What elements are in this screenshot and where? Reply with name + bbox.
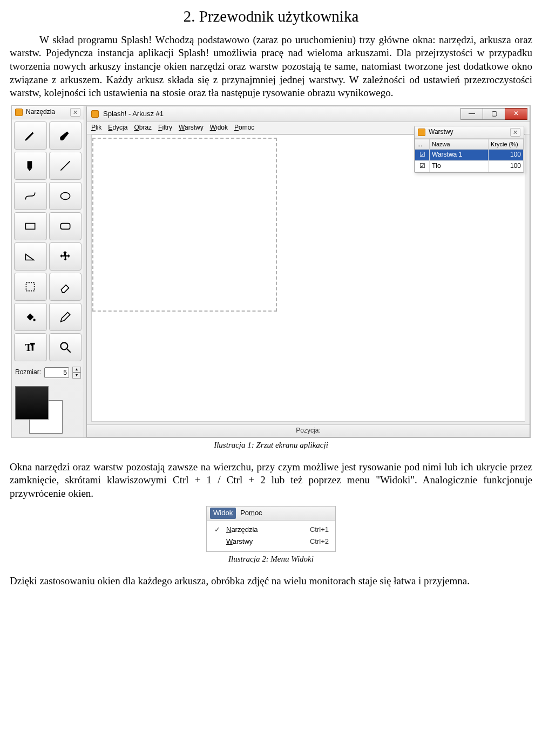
layer-opacity: 100 <box>489 161 524 172</box>
paragraph-3: Dzięki zastosowaniu okien dla każdego ar… <box>10 575 532 588</box>
menu-item-shortcut: Ctrl+2 <box>310 537 329 546</box>
layer-row[interactable]: ☑Warstwa 1100 <box>415 150 524 161</box>
layer-name: Warstwa 1 <box>430 150 489 161</box>
page-title: 2. Przewodnik użytkownika <box>10 6 532 27</box>
layer-row[interactable]: ☑Tło100 <box>415 161 524 172</box>
brush-tool[interactable] <box>49 122 82 150</box>
window-close-button[interactable]: ✕ <box>505 108 527 120</box>
app-screenshot: Narzędzia ✕ T Rozmiar: ▲ ▼ Splash! - Ark… <box>11 105 531 438</box>
view-menu-header: Widok Pomoc <box>207 507 335 521</box>
picker-tool[interactable] <box>49 303 82 331</box>
layers-col-visible[interactable]: ... <box>415 139 430 150</box>
svg-point-10 <box>60 342 67 349</box>
zoom-tool[interactable] <box>49 333 82 361</box>
view-menu-screenshot: Widok Pomoc ✓NarzędziaCtrl+1WarstwyCtrl+… <box>206 506 336 552</box>
svg-rect-0 <box>28 161 32 168</box>
main-window-title: Splash! - Arkusz #1 <box>103 110 164 119</box>
menu-widok[interactable]: Widok <box>210 124 228 132</box>
layers-table: ... Nazwa Krycie (%) ☑Warstwa 1100☑Tło10… <box>415 139 524 172</box>
tools-palette-close[interactable]: ✕ <box>70 108 80 117</box>
menu-item-label: Warstwy <box>226 537 304 546</box>
statusbar-position-label: Pozycja: <box>296 427 320 435</box>
menu-item-label: Narzędzia <box>226 525 304 535</box>
layers-col-name[interactable]: Nazwa <box>430 139 489 150</box>
paragraph-2: Okna narzędzi oraz warstw pozostają zaws… <box>10 461 532 501</box>
menu-pomoc[interactable]: Pomoc <box>234 124 254 132</box>
layers-panel: Warstwy ✕ ... Nazwa Krycie (%) ☑Warstwa … <box>414 126 524 172</box>
menu-plik[interactable]: Plik <box>91 124 101 132</box>
rounded-rect-tool[interactable] <box>49 212 82 240</box>
menu-check-icon: ✓ <box>213 525 221 535</box>
fill-tool[interactable] <box>14 152 47 180</box>
layer-opacity: 100 <box>489 150 524 161</box>
polygon-tool[interactable] <box>14 242 47 271</box>
color-swatches <box>15 386 64 435</box>
curve-tool[interactable] <box>14 182 47 210</box>
svg-rect-5 <box>26 283 35 291</box>
menu-obraz[interactable]: Obraz <box>134 124 152 132</box>
eraser-tool[interactable] <box>49 273 82 301</box>
layers-panel-close[interactable]: ✕ <box>510 128 520 137</box>
svg-point-6 <box>33 319 36 321</box>
size-spin-down[interactable]: ▼ <box>72 373 81 379</box>
layers-panel-title: Warstwy <box>429 128 453 137</box>
menu-edycja[interactable]: Edycja <box>108 124 127 132</box>
statusbar: Pozycja: <box>87 424 530 437</box>
size-input[interactable] <box>44 367 69 378</box>
main-window-icon <box>91 110 99 118</box>
layer-visible-checkbox[interactable]: ☑ <box>415 161 430 172</box>
text-tool[interactable]: T <box>14 333 47 361</box>
ellipse-tool[interactable] <box>49 182 82 210</box>
main-window-titlebar: Splash! - Arkusz #1 — ▢ ✕ <box>87 106 530 122</box>
svg-rect-3 <box>26 224 35 230</box>
layers-col-opacity[interactable]: Krycie (%) <box>489 139 524 150</box>
menu-filtry[interactable]: Filtry <box>158 124 172 132</box>
menu-warstwy[interactable]: Warstwy <box>179 124 204 132</box>
intro-paragraph: W skład programu Splash! Wchodzą podstaw… <box>10 33 532 100</box>
layer-visible-checkbox[interactable]: ☑ <box>415 150 430 161</box>
size-label: Rozmiar: <box>15 368 41 377</box>
window-minimize-button[interactable]: — <box>460 108 483 120</box>
select-tool[interactable] <box>14 273 47 301</box>
layers-panel-icon <box>418 129 425 136</box>
menu-pomoc[interactable]: Pomoc <box>240 509 262 518</box>
svg-line-11 <box>67 349 71 353</box>
figure-1-caption: Ilustracja 1: Zrzut ekranu aplikacji <box>10 440 532 451</box>
svg-line-1 <box>60 161 70 170</box>
window-maximize-button[interactable]: ▢ <box>483 108 505 120</box>
bucket-tool[interactable] <box>14 303 47 331</box>
rectangle-tool[interactable] <box>14 212 47 240</box>
main-window: Splash! - Arkusz #1 — ▢ ✕ PlikEdycjaObra… <box>86 106 530 437</box>
svg-point-2 <box>60 193 70 200</box>
pencil-tool[interactable] <box>14 122 47 150</box>
size-spin-up[interactable]: ▲ <box>72 367 81 373</box>
tools-palette-title: Narzędzia <box>26 108 55 117</box>
menu-widok[interactable]: Widok <box>210 508 236 519</box>
tools-palette-header: Narzędzia ✕ <box>12 106 84 119</box>
figure-2-caption: Ilustracja 2: Menu Widoki <box>10 554 532 565</box>
line-tool[interactable] <box>49 152 82 180</box>
layer-name: Tło <box>430 161 489 172</box>
tools-palette: Narzędzia ✕ T Rozmiar: ▲ ▼ <box>12 106 84 437</box>
canvas-selection[interactable] <box>92 138 277 312</box>
foreground-color-swatch[interactable] <box>15 386 49 420</box>
layers-panel-header: Warstwy ✕ <box>415 126 524 139</box>
move-tool[interactable] <box>49 242 82 271</box>
tools-palette-icon <box>15 109 23 116</box>
menu-item-shortcut: Ctrl+1 <box>310 525 329 535</box>
svg-rect-4 <box>60 224 70 230</box>
view-menu-item[interactable]: ✓NarzędziaCtrl+1 <box>207 524 335 536</box>
view-menu-item[interactable]: WarstwyCtrl+2 <box>207 536 335 548</box>
